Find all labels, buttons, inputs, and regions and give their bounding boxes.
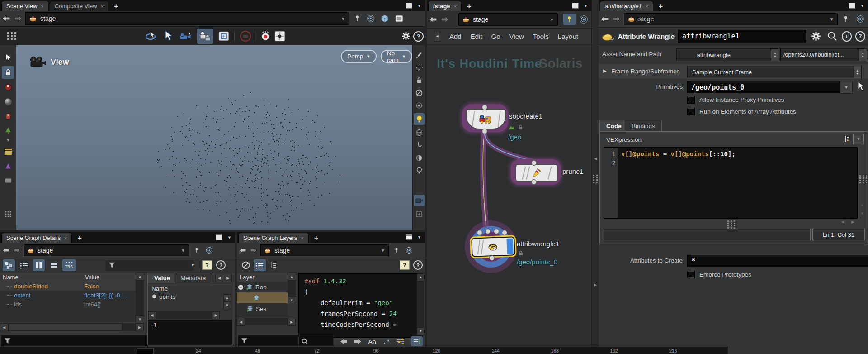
radar-link-icon[interactable]: [578, 15, 590, 24]
tree-list-icon[interactable]: [268, 259, 279, 271]
pin-icon[interactable]: [352, 15, 363, 22]
camera-dropdown[interactable]: No cam▼: [381, 50, 412, 63]
radar-link-icon[interactable]: [854, 15, 866, 23]
tab-scene-graph-details[interactable]: Scene Graph Details×: [1, 233, 72, 243]
help-context-icon[interactable]: ?: [400, 260, 410, 270]
tab-metadata[interactable]: Metadata: [174, 273, 212, 283]
window-maximize-icon[interactable]: [849, 3, 855, 9]
hide-other-objects-icon[interactable]: [239, 29, 252, 43]
scroll-up-icon[interactable]: ▲: [136, 273, 144, 281]
scroll-left-icon[interactable]: ◀: [237, 318, 245, 326]
gear-icon[interactable]: [400, 29, 412, 43]
menu-scroll-left-icon[interactable]: ◀: [434, 31, 440, 42]
regex-icon[interactable]: .*: [382, 338, 390, 345]
close-icon[interactable]: ×: [41, 4, 43, 9]
pane-menu-icon[interactable]: ▼: [584, 4, 588, 8]
path-field[interactable]: stage▼: [25, 12, 349, 25]
match-case-icon[interactable]: Aa: [368, 338, 376, 345]
toolbar-grip-icon[interactable]: [7, 32, 17, 40]
sub-row-points[interactable]: points: [148, 293, 232, 300]
snapshot-icon[interactable]: [259, 29, 272, 43]
layer-row-selected[interactable]: [237, 292, 288, 303]
list-view-icon[interactable]: [18, 259, 30, 271]
tool-stripes-icon[interactable]: [2, 146, 14, 158]
nav-forward-icon[interactable]: [612, 15, 621, 23]
tool-pose-icon[interactable]: [2, 81, 14, 93]
menu-go[interactable]: Go: [491, 33, 500, 40]
tabs-next-icon[interactable]: ▶: [224, 274, 232, 282]
menu-view[interactable]: View: [509, 33, 524, 40]
table-row[interactable]: ids int64[]: [0, 300, 136, 309]
chevron-down-icon[interactable]: ▼: [181, 248, 185, 253]
tool-character-icon[interactable]: [2, 110, 14, 122]
search-field[interactable]: [298, 336, 334, 347]
nav-forward-icon[interactable]: [440, 16, 449, 23]
gear-icon[interactable]: [810, 31, 823, 42]
sub-column-header[interactable]: Name: [148, 283, 232, 293]
viewport-3d[interactable]: View Persp▼ No cam▼ y x: [16, 45, 412, 230]
nav-forward-icon[interactable]: [13, 247, 21, 254]
scroll-right-icon[interactable]: ▶: [212, 311, 220, 319]
scroll-left-icon[interactable]: ◀: [841, 220, 844, 224]
cube-icon[interactable]: [379, 14, 391, 23]
scroll-right-icon[interactable]: ▶: [851, 220, 854, 224]
node-body[interactable]: [471, 236, 515, 257]
chevron-down-icon[interactable]: ▼: [830, 17, 834, 22]
window-maximize-icon[interactable]: [216, 234, 222, 240]
trs-filter-icon[interactable]: TRS: [62, 259, 76, 271]
rows-icon[interactable]: [48, 259, 60, 271]
vp-bulb2-icon[interactable]: [414, 166, 424, 176]
table-row[interactable]: extent float3[2]: [( -0....: [0, 291, 136, 300]
pin-icon[interactable]: [192, 247, 202, 254]
vex-editor[interactable]: 1 2 v[]@points = v[]@points[::10];: [604, 147, 858, 219]
window-maximize-icon[interactable]: [572, 3, 579, 9]
frame-sample-combo[interactable]: Sample Current Frame ▲▼: [687, 66, 862, 78]
menu-add[interactable]: Add: [449, 33, 462, 40]
h-scrollbar[interactable]: ◀ ▶: [237, 318, 296, 325]
chevron-down-icon[interactable]: ▼: [381, 248, 385, 253]
pane-menu-icon[interactable]: ▼: [417, 235, 421, 239]
view-orbit-icon[interactable]: [144, 29, 157, 43]
layer-output-icon[interactable]: [411, 336, 423, 346]
path-field[interactable]: stage▼: [24, 244, 189, 256]
nav-forward-icon[interactable]: [14, 15, 23, 22]
tab-scene-graph-layers[interactable]: Scene Graph Layers×: [238, 233, 309, 243]
h-scrollbar[interactable]: ◀ ▶: [0, 323, 144, 331]
asset-path-combo[interactable]: /opt/hfs20.0/houdini/ot... ▲▼: [780, 48, 867, 61]
menu-edit[interactable]: Edit: [471, 33, 482, 40]
vp-disable-icon[interactable]: [414, 88, 424, 98]
pick-primitives-icon[interactable]: [854, 80, 866, 93]
help-context-icon[interactable]: ?: [202, 260, 212, 270]
help-icon[interactable]: ?: [216, 260, 226, 270]
view-frame-icon[interactable]: [217, 29, 231, 43]
node-input-dot[interactable]: [482, 105, 487, 110]
scroll-down-icon[interactable]: ▼: [288, 296, 296, 304]
node-body[interactable]: [466, 109, 506, 129]
layer-row-root[interactable]: Roo: [237, 282, 288, 292]
scroll-left-icon[interactable]: ◀: [148, 311, 156, 319]
splitter-grip[interactable]: [593, 175, 599, 183]
spinner-icon[interactable]: ▲▼: [771, 49, 779, 61]
radar-link-icon[interactable]: [404, 247, 414, 254]
nav-back-icon[interactable]: [600, 15, 609, 23]
help-icon[interactable]: ?: [413, 260, 423, 270]
radar-link-icon[interactable]: [365, 14, 376, 23]
snippet-node-icon[interactable]: [840, 134, 851, 144]
vp-headlight-icon[interactable]: [414, 113, 425, 125]
node-input-dot[interactable]: [531, 160, 537, 166]
vp-globe-icon[interactable]: [414, 128, 424, 138]
usd-source-view[interactable]: #sdf 1.4.32 ( defaultPrim = "geo" frames…: [298, 273, 423, 338]
editor-height-grip[interactable]: [727, 220, 736, 229]
scroll-down-icon[interactable]: ▼: [223, 301, 231, 309]
radar-link-icon[interactable]: [204, 247, 214, 254]
column-header-value[interactable]: Value: [82, 273, 142, 282]
pin-icon[interactable]: [392, 247, 401, 254]
vp-target-icon[interactable]: [414, 100, 424, 110]
run-on-array-checkbox[interactable]: [687, 108, 695, 115]
tool-misc-icon[interactable]: [2, 175, 14, 187]
node-input-dot[interactable]: [502, 230, 507, 235]
v-scrollbar[interactable]: ▲ ▼: [288, 273, 296, 304]
enforce-prototypes-checkbox[interactable]: [687, 271, 695, 278]
new-tab-button[interactable]: +: [462, 1, 476, 11]
scroll-down-icon[interactable]: ▼: [136, 315, 144, 323]
